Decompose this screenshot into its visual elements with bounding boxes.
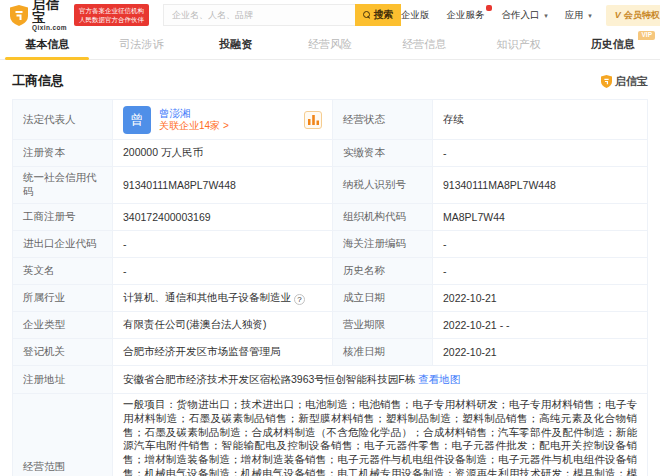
business-scope-text: 一般项目：货物进出口；技术进出口；电池制造；电池销售；电子专用材料研发；电子专用… — [113, 394, 648, 476]
field-label: 注册地址 — [13, 366, 113, 394]
nav-apps-label: 应用 — [565, 9, 584, 20]
table-row: 登记机关 合肥市经济开发区市场监督管理局 核准日期 2022-10-21 — [13, 339, 648, 366]
field-label: 纳税人识别号 — [333, 167, 433, 204]
tab-operating-info-label: 经营信息 — [402, 37, 446, 52]
business-info-table: 法定代表人 曾 曾澎湘 关联企业14家 > 经营状态 存续 注册资本 20000… — [12, 99, 648, 476]
vip-privilege-label: 会员特权 — [624, 10, 660, 20]
search-button-label: 搜索 — [374, 8, 394, 22]
table-row: 统一社会信用代码 91340111MA8PL7W448 纳税人识别号 91340… — [13, 167, 648, 204]
official-cert-badge: 官方备案企业征信机构 人民数据官方合作伙伴 — [74, 4, 149, 26]
registered-address: 安徽省合肥市经济技术开发区宿松路3963号恒创智能科技园F栋 — [123, 373, 415, 385]
nav-enterprise-services[interactable]: 企业服务 — [447, 9, 485, 22]
search-button[interactable]: 搜索 — [355, 4, 401, 26]
table-row-address: 注册地址 安徽省合肥市经济技术开发区宿松路3963号恒创智能科技园F栋 查看地图 — [13, 366, 648, 394]
tab-intellectual-property[interactable]: 知识产权 — [471, 30, 565, 59]
tab-judicial-label: 司法涉诉 — [119, 37, 163, 52]
tab-judicial[interactable]: 司法涉诉 — [94, 30, 188, 59]
field-label: 法定代表人 — [13, 100, 113, 140]
tab-basic-info[interactable]: 基本信息 — [0, 30, 94, 59]
nav-apps[interactable]: 应用 ▾ — [565, 9, 592, 22]
legal-rep-avatar[interactable]: 曾 — [123, 106, 151, 134]
table-row: 英文名 - 历史名称 - — [13, 258, 648, 285]
field-value: - — [113, 258, 333, 285]
header-nav: 企业版 企业服务 合作入口 ▾ 应用 ▾ — [401, 9, 592, 22]
vip-badge: VIP — [638, 31, 654, 40]
field-label: 注册资本 — [13, 140, 113, 167]
vip-v-icon: V — [615, 10, 621, 20]
table-row: 所属行业 计算机、通信和其他电子设备制造业? 成立日期 2022-10-21 — [13, 285, 648, 312]
search-bar: 搜索 — [163, 4, 401, 26]
field-value: 2022-10-21 - - — [433, 312, 648, 339]
industry-value: 计算机、通信和其他电子设备制造业 — [123, 291, 291, 303]
nav-partner-entry-label: 合作入口 — [502, 9, 540, 20]
field-value: MA8PL7W44 — [433, 204, 648, 231]
help-icon[interactable]: ? — [294, 294, 305, 305]
cert-badge-line1: 官方备案企业征信机构 — [79, 6, 144, 15]
nav-enterprise-services-label: 企业服务 — [447, 9, 485, 20]
tab-investment-label: 投融资 — [219, 37, 252, 52]
qixinbao-watermark: 启信宝 — [601, 74, 648, 89]
field-label: 海关注册编码 — [333, 231, 433, 258]
field-label: 进出口企业代码 — [13, 231, 113, 258]
nav-partner-entry[interactable]: 合作入口 ▾ — [502, 9, 548, 22]
detail-tabs: 基本信息 司法涉诉 投融资 经营风险 经营信息 知识产权 历史信息 VIP — [0, 30, 660, 60]
field-label: 组织机构代码 — [333, 204, 433, 231]
field-value: - — [433, 258, 648, 285]
qixinbao-watermark-icon — [601, 75, 612, 88]
field-value: 有限责任公司(港澳台法人独资) — [113, 312, 333, 339]
section-title: 工商信息 — [12, 72, 64, 90]
table-row: 工商注册号 340172400003169 组织机构代码 MA8PL7W44 — [13, 204, 648, 231]
tab-history-info-label: 历史信息 — [591, 37, 635, 52]
field-value: 2022-10-21 — [433, 339, 648, 366]
tab-operating-info[interactable]: 经营信息 — [377, 30, 471, 59]
qixinbao-logo[interactable]: 启信宝 Qixin.com — [10, 0, 67, 32]
field-value: 91340111MA8PL7W448 — [433, 167, 648, 204]
watermark-label: 启信宝 — [615, 74, 648, 89]
table-row: 注册资本 200000 万人民币 实缴资本 - — [13, 140, 648, 167]
qixinbao-logo-icon — [10, 5, 28, 26]
legal-rep-name-link[interactable]: 曾澎湘 — [159, 108, 229, 119]
field-value: - — [433, 231, 648, 258]
chevron-down-icon: ▾ — [588, 12, 592, 19]
search-input[interactable] — [163, 4, 355, 26]
tab-investment[interactable]: 投融资 — [189, 30, 283, 59]
field-label: 经营状态 — [333, 100, 433, 140]
nav-enterprise-edition[interactable]: 企业版 — [401, 9, 430, 22]
search-icon — [363, 11, 371, 19]
section-header: 工商信息 启信宝 — [0, 60, 660, 99]
field-label: 工商注册号 — [13, 204, 113, 231]
tab-operating-risk[interactable]: 经营风险 — [283, 30, 377, 59]
cert-badge-line2: 人民数据官方合作伙伴 — [79, 15, 144, 24]
table-row: 进出口企业代码 - 海关注册编码 - — [13, 231, 648, 258]
field-value: 合肥市经济开发区市场监督管理局 — [113, 339, 333, 366]
field-label: 历史名称 — [333, 258, 433, 285]
field-value: 2022-10-21 — [433, 285, 648, 312]
chevron-down-icon: ▾ — [544, 12, 548, 19]
field-value: - — [433, 140, 648, 167]
field-label: 所属行业 — [13, 285, 113, 312]
tab-history-info[interactable]: 历史信息 VIP — [566, 30, 660, 59]
field-label: 登记机关 — [13, 339, 113, 366]
logo-name: 启信宝 — [32, 0, 67, 24]
vip-privilege-button[interactable]: V会员特权 — [606, 5, 660, 26]
tab-intellectual-property-label: 知识产权 — [497, 37, 541, 52]
field-label: 统一社会信用代码 — [13, 167, 113, 204]
field-label: 实缴资本 — [333, 140, 433, 167]
field-value: 91340111MA8PL7W448 — [113, 167, 333, 204]
related-companies-link[interactable]: 关联企业14家 > — [159, 121, 229, 131]
field-label: 成立日期 — [333, 285, 433, 312]
field-value: - — [113, 231, 333, 258]
field-label: 核准日期 — [333, 339, 433, 366]
top-header: 启信宝 Qixin.com 官方备案企业征信机构 人民数据官方合作伙伴 搜索 企… — [0, 0, 660, 30]
field-value: 200000 万人民币 — [113, 140, 333, 167]
field-value: 340172400003169 — [113, 204, 333, 231]
table-row: 企业类型 有限责任公司(港澳台法人独资) 营业期限 2022-10-21 - - — [13, 312, 648, 339]
equity-structure-icon[interactable] — [304, 111, 322, 129]
tab-basic-info-label: 基本信息 — [25, 37, 69, 52]
field-value: 存续 — [433, 100, 648, 140]
field-label: 企业类型 — [13, 312, 113, 339]
view-map-link[interactable]: 查看地图 — [418, 373, 460, 385]
tab-operating-risk-label: 经营风险 — [308, 37, 352, 52]
field-label: 经营范围 — [13, 394, 113, 476]
new-dot-badge — [486, 5, 492, 11]
